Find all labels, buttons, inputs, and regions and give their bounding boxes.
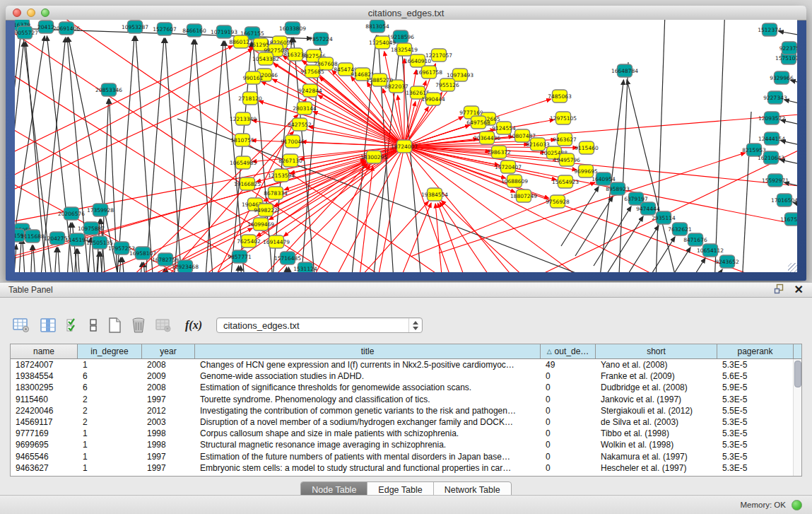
citation-edge-black[interactable] <box>15 245 16 272</box>
table-cell[interactable]: 9699695 <box>11 439 78 450</box>
table-cell[interactable]: 5.3E-5 <box>717 451 794 462</box>
table-cell[interactable]: 5.3E-5 <box>717 439 794 450</box>
table-row[interactable]: 1872400712008Changes of HCN gene express… <box>11 359 801 370</box>
table-cell[interactable]: 1 <box>78 439 142 450</box>
table-cell[interactable]: 2 <box>78 394 142 405</box>
table-cell[interactable]: 1997 <box>142 462 195 474</box>
citation-edge-red[interactable] <box>252 120 404 146</box>
table-cell[interactable]: 5.3E-5 <box>717 462 794 474</box>
table-cell[interactable]: 9777169 <box>11 428 78 439</box>
table-cell[interactable]: 9465546 <box>11 451 78 462</box>
citation-edge-black[interactable] <box>621 226 659 272</box>
table-cell[interactable]: 2003 <box>142 416 195 428</box>
delete-table-icon[interactable] <box>131 317 146 334</box>
citation-edge-black[interactable] <box>29 245 32 272</box>
citation-edge-black[interactable] <box>713 20 725 272</box>
table-cell[interactable]: 0 <box>541 451 596 462</box>
table-cell[interactable]: 9463627 <box>11 462 78 474</box>
window-titlebar[interactable]: citations_edges.txt <box>6 6 806 21</box>
column-header-in_degree[interactable]: in_degree <box>78 344 142 358</box>
table-row[interactable]: 1938455462009Genome-wide association stu… <box>11 370 801 382</box>
table-cell[interactable]: 5.5E-5 <box>717 405 794 416</box>
table-row[interactable]: 969969511998Structural magnetic resonanc… <box>11 439 801 450</box>
network-canvas-container[interactable]: 1637920412206914061905572710953287152760… <box>15 20 797 272</box>
citation-edge-black[interactable] <box>781 141 797 153</box>
table-cell[interactable]: 18300295 <box>11 382 78 393</box>
table-cell[interactable]: 0 <box>541 416 596 428</box>
citation-edge-black[interactable] <box>122 257 128 272</box>
citation-edge-black[interactable] <box>58 247 63 272</box>
table-vertical-scrollbar[interactable] <box>793 359 801 476</box>
resize-grip-icon[interactable] <box>788 263 797 272</box>
citation-edge-black[interactable] <box>740 112 751 272</box>
citation-edge-black[interactable] <box>114 36 134 272</box>
table-row[interactable]: 1830029562008Estimation of significance … <box>11 382 801 393</box>
row-height-icon[interactable] <box>89 317 98 333</box>
citation-edge-black[interactable] <box>136 262 142 272</box>
table-cell[interactable]: 2 <box>78 416 142 428</box>
citation-edge-black[interactable] <box>617 62 628 272</box>
table-options-icon[interactable] <box>13 317 30 333</box>
citation-edge-black[interactable] <box>52 247 57 272</box>
table-cell[interactable]: Embryonic stem cells: a model to study s… <box>195 462 541 474</box>
close-panel-icon[interactable]: ✕ <box>794 284 804 296</box>
column-header-title[interactable]: title <box>195 344 541 358</box>
dropdown-stepper-icon[interactable] <box>408 318 422 332</box>
citation-edge-black[interactable] <box>781 120 797 132</box>
table-cell[interactable]: 49 <box>541 359 596 370</box>
table-row[interactable]: 946554611997Estimation of the future num… <box>11 451 801 462</box>
table-cell[interactable]: 2009 <box>142 370 195 382</box>
table-row[interactable]: 911546021997Tourette syndrome. Phenomeno… <box>11 394 801 405</box>
citation-edge-red[interactable] <box>440 202 517 272</box>
table-row[interactable]: 946362711997Embryonic stem cells: a mode… <box>11 462 801 474</box>
memory-ok-icon[interactable] <box>792 500 802 510</box>
table-cell[interactable]: 2 <box>78 405 142 416</box>
citation-edge-black[interactable] <box>627 80 686 272</box>
table-cell[interactable]: Nakamura et al. (1997) <box>596 451 717 462</box>
table-cell[interactable]: Yano et al. (2008) <box>596 359 717 370</box>
column-header-name[interactable]: name <box>11 344 78 358</box>
table-cell[interactable]: Structural magnetic resonance image aver… <box>195 439 541 450</box>
citation-edge-black[interactable] <box>165 38 184 272</box>
table-cell[interactable]: 0 <box>541 405 596 416</box>
scrollbar-thumb[interactable] <box>794 361 801 387</box>
table-cell[interactable]: 2008 <box>142 382 195 393</box>
citation-edge-black[interactable] <box>685 269 722 272</box>
table-cell[interactable]: Jankovic et al. (1997) <box>596 394 717 405</box>
table-cell[interactable]: 1998 <box>142 428 195 439</box>
citation-edge-black[interactable] <box>654 20 665 272</box>
minimize-window-icon[interactable] <box>27 8 35 17</box>
citation-edge-black[interactable] <box>594 206 631 266</box>
table-row[interactable]: 977716911998Corpus callosum shape and si… <box>11 428 801 439</box>
table-cell[interactable]: Tourette syndrome. Phenomenology and cla… <box>195 394 541 405</box>
table-row[interactable]: 1456911722003Disruption of a novel membe… <box>11 416 801 428</box>
table-cell[interactable]: de Silva et al. (2003) <box>596 416 717 428</box>
citation-edge-black[interactable] <box>575 197 613 256</box>
table-cell[interactable]: 0 <box>541 439 596 450</box>
column-header-out_de[interactable]: △out_de… <box>541 344 596 358</box>
table-cell[interactable]: 18724007 <box>11 359 78 370</box>
float-panel-icon[interactable] <box>774 284 784 297</box>
table-cell[interactable]: 5.9E-5 <box>717 382 794 393</box>
table-cell[interactable]: 0 <box>541 462 596 474</box>
network-canvas[interactable]: 1637920412206914061905572710953287152760… <box>15 20 797 272</box>
table-cell[interactable]: Investigating the contribution of common… <box>195 405 541 416</box>
citation-edge-black[interactable] <box>16 239 21 272</box>
table-cell[interactable]: 0 <box>541 428 596 439</box>
new-table-icon[interactable] <box>107 317 122 334</box>
table-cell[interactable]: Tibbo et al. (1998) <box>596 428 717 439</box>
table-select-dropdown[interactable]: citations_edges.txt <box>216 317 423 333</box>
table-cell[interactable]: 1997 <box>142 394 195 405</box>
table-cell[interactable]: 5.6E-5 <box>717 370 794 382</box>
table-cell[interactable]: 1 <box>78 428 142 439</box>
table-cell[interactable]: 2008 <box>142 359 195 370</box>
table-cell[interactable]: 5.3E-5 <box>717 428 794 439</box>
table-cell[interactable]: 2012 <box>142 405 195 416</box>
show-columns-icon[interactable] <box>40 317 57 333</box>
function-builder-icon[interactable]: f(x) <box>185 319 202 332</box>
table-panel-titlebar[interactable]: Table Panel ✕ <box>0 282 812 298</box>
citation-edge-black[interactable] <box>791 80 797 92</box>
table-cell[interactable]: 5.3E-5 <box>717 416 794 428</box>
close-window-icon[interactable] <box>13 8 21 17</box>
table-cell[interactable]: 0 <box>541 382 596 393</box>
